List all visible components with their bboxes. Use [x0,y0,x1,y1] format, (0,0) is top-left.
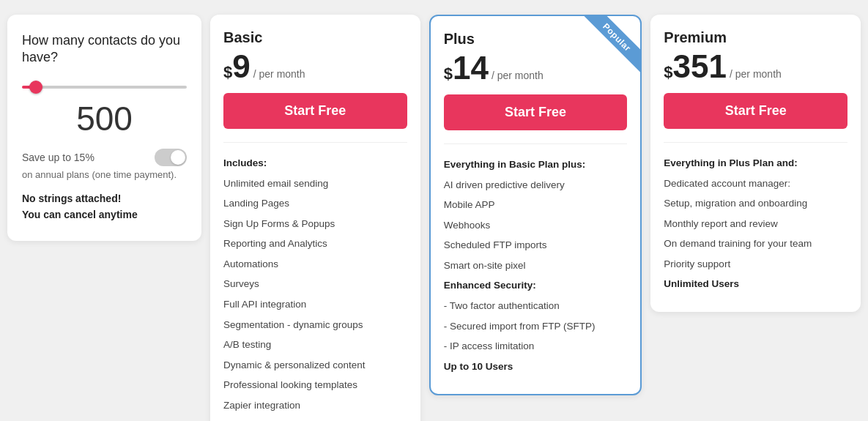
feature-item: Full API integration [223,294,407,315]
feature-item: Priority support [664,254,847,275]
price-row-basic: $ 9 / per month [223,51,407,83]
feature-item: Surveys [223,274,407,294]
feature-item: Enhanced Security: [444,275,628,296]
price-period-basic: / per month [253,68,305,80]
feature-item: Unlimited Users [664,274,847,294]
main-container: How many contacts do you have? 500 Save … [7,15,861,421]
feature-item: Up to 10 Users [444,357,628,377]
price-amount-basic: 9 [232,51,250,83]
feature-item: Sign Up Forms & Popups [223,214,407,234]
price-dollar-premium: $ [664,63,672,82]
plan-name-plus: Plus [444,31,628,48]
feature-item: Everything in Plus Plan and: [664,153,847,174]
price-dollar-plus: $ [444,64,453,83]
left-panel: How many contacts do you have? 500 Save … [7,15,201,241]
feature-item: A/B testing [223,335,407,355]
feature-item: AI driven predictive delivery [444,175,628,195]
feature-item: - Secured import from FTP (SFTP) [444,316,628,337]
feature-item: Automations [223,254,407,275]
annual-note: on annual plans (one time payment). [22,169,187,180]
plan-name-premium: Premium [664,29,847,46]
price-amount-premium: 351 [673,51,727,83]
feature-item: On demand training for your team [664,234,847,254]
plan-name-basic: Basic [223,29,407,46]
feature-item: Chat & Email support [223,415,407,421]
plan-card-premium: Premium $ 351 / per month Start Free Eve… [650,15,861,312]
contacts-question: How many contacts do you have? [22,32,187,67]
price-period-plus: / per month [492,70,544,81]
feature-item: Monthly report and review [664,214,847,234]
feature-item: Segmentation - dynamic groups [223,315,407,335]
feature-item: - IP access limitation [444,336,628,357]
feature-item: Mobile APP [444,195,628,215]
save-label: Save up to 15% [22,152,94,163]
feature-item: Reporting and Analytics [223,234,407,254]
feature-item: Scheduled FTP imports [444,235,628,256]
price-dollar-basic: $ [223,63,232,82]
slider-wrapper[interactable] [22,78,187,92]
feature-item: Includes: [223,153,407,174]
no-strings: No strings attached! You can cancel anyt… [22,190,187,223]
price-period-premium: / per month [730,68,782,80]
feature-item: Landing Pages [223,193,407,214]
feature-item: Smart on-site pixel [444,256,628,276]
start-free-button-premium[interactable]: Start Free [664,93,847,129]
feature-item: Zapier integration [223,395,407,416]
feature-item: Unlimited email sending [223,174,407,194]
save-row: Save up to 15% [22,149,187,166]
annual-toggle[interactable] [155,149,187,166]
contacts-slider[interactable] [22,86,187,89]
feature-list-plus: Everything in Basic Plan plus:AI driven … [444,154,628,376]
price-row-plus: $ 14 / per month [444,52,628,84]
feature-item: Dynamic & personalized content [223,355,407,376]
feature-list-premium: Everything in Plus Plan and:Dedicated ac… [664,153,847,294]
plan-card-basic: Basic $ 9 / per month Start Free Include… [210,15,420,421]
feature-item: - Two factor authentication [444,296,628,316]
start-free-button-plus[interactable]: Start Free [444,94,628,130]
feature-item: Setup, migration and onboarding [664,193,847,214]
start-free-button-basic[interactable]: Start Free [223,93,407,129]
price-row-premium: $ 351 / per month [664,51,847,83]
feature-list-basic: Includes:Unlimited email sendingLanding … [223,153,407,421]
feature-item: Everything in Basic Plan plus: [444,154,628,175]
feature-item: Professional looking templates [223,375,407,395]
contact-count: 500 [22,99,187,138]
feature-item: Webhooks [444,215,628,236]
plan-card-plus: Popular Plus $ 14 / per month Start Free… [429,15,642,395]
price-amount-plus: 14 [453,52,489,84]
feature-item: Dedicated account manager: [664,174,847,194]
